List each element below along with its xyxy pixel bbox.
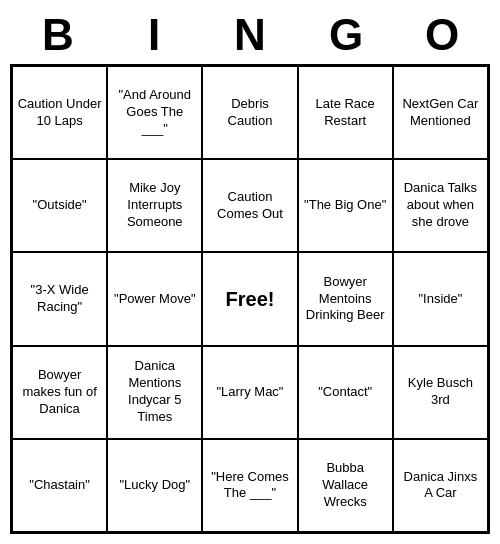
bingo-cell-7: Caution Comes Out xyxy=(202,159,297,252)
bingo-cell-20: "Chastain" xyxy=(12,439,107,532)
bingo-cell-9: Danica Talks about when she drove xyxy=(393,159,488,252)
header-letter-b: B xyxy=(14,10,102,60)
bingo-cell-19: Kyle Busch 3rd xyxy=(393,346,488,439)
bingo-cell-10: "3-X Wide Racing" xyxy=(12,252,107,345)
bingo-cell-23: Bubba Wallace Wrecks xyxy=(298,439,393,532)
header-letter-n: N xyxy=(206,10,294,60)
bingo-cell-15: Bowyer makes fun of Danica xyxy=(12,346,107,439)
bingo-cell-18: "Contact" xyxy=(298,346,393,439)
bingo-cell-5: "Outside" xyxy=(12,159,107,252)
bingo-cell-14: "Inside" xyxy=(393,252,488,345)
header-letter-o: O xyxy=(398,10,486,60)
bingo-cell-3: Late Race Restart xyxy=(298,66,393,159)
bingo-header: BINGO xyxy=(10,10,490,60)
bingo-cell-11: "Power Move" xyxy=(107,252,202,345)
bingo-grid: Caution Under 10 Laps"And Around Goes Th… xyxy=(10,64,490,534)
bingo-cell-2: Debris Caution xyxy=(202,66,297,159)
bingo-cell-6: Mike Joy Interrupts Someone xyxy=(107,159,202,252)
bingo-cell-0: Caution Under 10 Laps xyxy=(12,66,107,159)
bingo-cell-21: "Lucky Dog" xyxy=(107,439,202,532)
bingo-cell-17: "Larry Mac" xyxy=(202,346,297,439)
bingo-cell-8: "The Big One" xyxy=(298,159,393,252)
bingo-cell-16: Danica Mentions Indycar 5 Times xyxy=(107,346,202,439)
bingo-cell-13: Bowyer Mentoins Drinking Beer xyxy=(298,252,393,345)
header-letter-i: I xyxy=(110,10,198,60)
bingo-cell-1: "And Around Goes The ___" xyxy=(107,66,202,159)
header-letter-g: G xyxy=(302,10,390,60)
bingo-cell-24: Danica Jinxs A Car xyxy=(393,439,488,532)
bingo-cell-4: NextGen Car Mentioned xyxy=(393,66,488,159)
free-space-cell: Free! xyxy=(202,252,297,345)
bingo-cell-22: "Here Comes The ___" xyxy=(202,439,297,532)
